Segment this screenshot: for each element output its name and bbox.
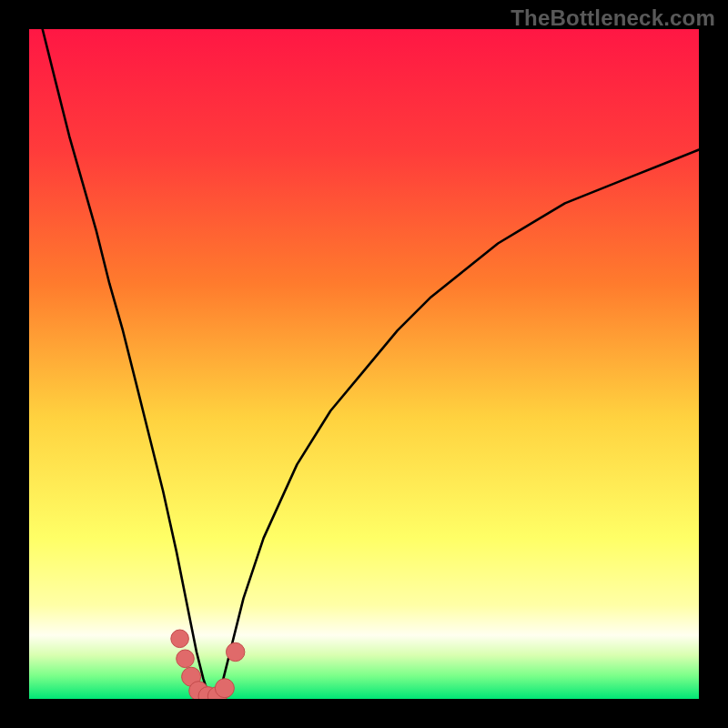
curve-marker: [215, 679, 234, 698]
watermark-text: TheBottleneck.com: [511, 5, 715, 31]
plot-area: [29, 29, 699, 699]
curve-marker: [171, 630, 189, 648]
svg-rect-0: [29, 29, 699, 699]
chart-frame: TheBottleneck.com: [0, 0, 728, 728]
curve-marker: [227, 642, 245, 661]
curve-marker: [177, 650, 195, 668]
chart-svg: [29, 29, 699, 699]
